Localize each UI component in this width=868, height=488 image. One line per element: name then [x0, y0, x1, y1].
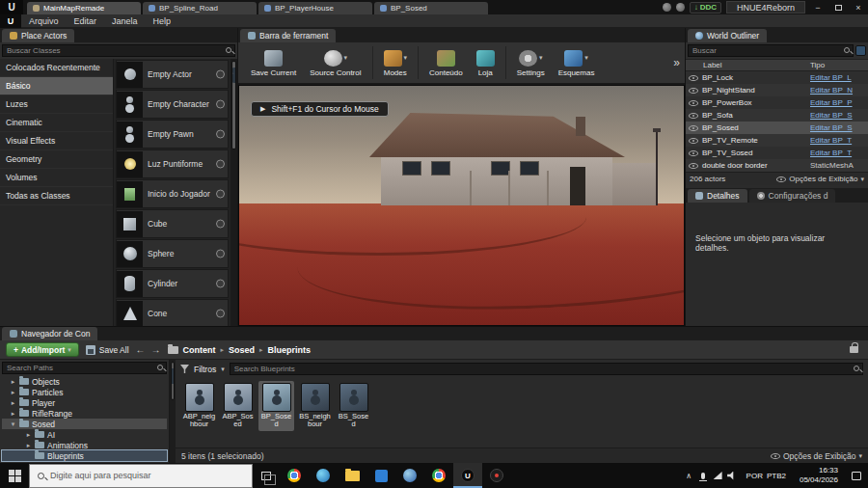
source-control-button[interactable]: ▾ Source Control [303, 47, 367, 78]
category-volumes[interactable]: Volumes [0, 169, 113, 187]
tree-item-particles[interactable]: ▸ Particles [2, 387, 167, 397]
tab-world-settings[interactable]: Configurações d [749, 189, 836, 203]
content-browser-tab[interactable]: Navegador de Con [2, 327, 97, 340]
tree-item-animations[interactable]: ▸ Animations [2, 440, 167, 450]
asset-abp-neighbour[interactable]: ABP_neighbour [181, 381, 217, 431]
viewport-3d[interactable]: ▶ Shift+F1 do Cursor do Mouse [238, 85, 685, 326]
tab-bp-playerhouse[interactable]: BP_PlayerHouse [258, 2, 372, 14]
tray-mic[interactable] [696, 473, 711, 479]
visibility-eye-icon[interactable] [689, 150, 698, 156]
place-item-empty-actor[interactable]: Empty Actor [116, 60, 229, 89]
toolbar-tab[interactable]: Barra de ferrament [240, 29, 336, 42]
notification-center-button[interactable] [845, 463, 868, 488]
taskbar-app-blue[interactable] [395, 463, 424, 488]
settings-button[interactable]: ▾ Settings [510, 47, 552, 78]
breadcrumb-blueprints[interactable]: Blueprints [268, 345, 312, 355]
blueprints-button[interactable]: ▾ Esquemas [552, 47, 602, 78]
expand-icon[interactable]: ▸ [10, 389, 16, 396]
add-import-button[interactable]: + Add/Import ▾ [6, 342, 79, 357]
asset-bs-neighbour[interactable]: BS_neighbour [297, 381, 333, 431]
outliner-row[interactable]: BP_NightStand Editar BP_N [686, 84, 868, 96]
expand-icon[interactable]: ▸ [10, 410, 16, 418]
tray-volume[interactable] [725, 472, 740, 480]
world-outliner-tab[interactable]: World Outliner [688, 29, 767, 42]
breadcrumb-content[interactable]: Content [183, 345, 216, 355]
place-item-sphere[interactable]: Sphere [116, 239, 229, 268]
toolbar-overflow-chevron[interactable]: » [673, 56, 680, 69]
tree-item-riflerange[interactable]: ▸ RifleRange [2, 408, 167, 419]
tree-item-blueprints[interactable]: Blueprints [2, 450, 167, 461]
edit-blueprint-link[interactable]: Editar BP_S [810, 111, 868, 120]
taskbar-search[interactable] [29, 464, 253, 488]
outliner-row[interactable]: BP_TV_Sosed Editar BP_T [686, 147, 868, 159]
expand-icon[interactable]: ▸ [25, 442, 32, 449]
outliner-row[interactable]: double door border StaticMeshA [686, 159, 868, 172]
place-item-empty-pawn[interactable]: Empty Pawn [116, 120, 229, 149]
edit-blueprint-link[interactable]: Editar BP_P [810, 98, 868, 107]
expand-icon[interactable]: ▸ [25, 431, 32, 439]
visibility-eye-icon[interactable] [689, 163, 698, 169]
outliner-row[interactable]: BP_Sofa Editar BP_S [686, 109, 868, 122]
place-actors-scrollbar[interactable] [231, 59, 237, 326]
edit-blueprint-link[interactable]: Editar BP_T [810, 136, 868, 145]
drag-handle-icon[interactable] [216, 310, 225, 318]
ddc-button[interactable]: ↓ DDC [690, 2, 721, 14]
filters-button[interactable]: Filtros [194, 365, 216, 374]
drag-handle-icon[interactable] [216, 250, 225, 258]
taskbar-explorer[interactable] [338, 463, 366, 488]
back-button[interactable]: ← [136, 344, 146, 355]
taskbar-chrome[interactable] [280, 463, 309, 488]
category-cinematic[interactable]: Cinematic [0, 114, 113, 132]
minimize-button[interactable]: − [810, 1, 826, 14]
taskbar-chrome-2[interactable] [424, 463, 453, 488]
expand-icon[interactable]: ▸ [10, 399, 16, 407]
tree-item-sosed[interactable]: ▾ Sosed [2, 419, 167, 429]
menu-arquivo[interactable]: Arquivo [21, 16, 67, 26]
visibility-eye-icon[interactable] [689, 125, 698, 131]
titlebar-status-icon[interactable] [663, 3, 671, 12]
column-label[interactable]: Label [686, 61, 810, 69]
category-all-classes[interactable]: Todas as Classes [0, 187, 113, 205]
place-item-cylinder[interactable]: Cylinder [116, 269, 229, 298]
visibility-eye-icon[interactable] [689, 88, 698, 94]
collapse-icon[interactable]: ▾ [10, 420, 16, 428]
tab-bp-spline-road[interactable]: BP_Spline_Road [143, 2, 257, 14]
tree-item-ai[interactable]: ▸ AI [2, 429, 167, 440]
drag-handle-icon[interactable] [216, 220, 225, 229]
marketplace-button[interactable]: Loja [470, 47, 502, 78]
category-recent[interactable]: Colocados Recentemente [0, 59, 113, 77]
modes-button[interactable]: ▾ Modes [377, 47, 415, 78]
breadcrumb-sosed[interactable]: Sosed [229, 345, 255, 355]
titlebar-status-icon[interactable] [676, 3, 685, 12]
clock[interactable]: 16:33 05/04/2026 [793, 466, 845, 484]
visibility-eye-icon[interactable] [689, 75, 698, 81]
tray-chevron-up[interactable]: ∧ [682, 472, 696, 480]
start-button[interactable] [0, 463, 29, 488]
column-type[interactable]: Tipo [810, 61, 868, 69]
drag-handle-icon[interactable] [216, 100, 225, 109]
tree-item-player[interactable]: ▸ Player [2, 397, 167, 408]
maximize-button[interactable] [830, 1, 846, 14]
search-paths-input[interactable] [2, 362, 167, 374]
tab-details[interactable]: Detalhes [688, 189, 747, 203]
tab-bp-sosed[interactable]: BP_Sosed [374, 2, 488, 14]
save-all-button[interactable]: Save All [86, 345, 129, 355]
edit-blueprint-link[interactable]: Editar BP_T [810, 149, 868, 157]
visibility-eye-icon[interactable] [689, 138, 698, 144]
category-visual-effects[interactable]: Visual Effects [0, 132, 113, 150]
category-luzes[interactable]: Luzes [0, 95, 113, 114]
place-item-empty-character[interactable]: Empty Character [116, 90, 229, 119]
outliner-row[interactable]: BP_Lock Editar BP_L [686, 71, 868, 84]
search-assets-input[interactable] [230, 363, 863, 375]
outliner-extra-button[interactable] [855, 45, 866, 56]
outliner-search-input[interactable] [688, 44, 854, 57]
category-basico[interactable]: Básico [0, 77, 113, 95]
outliner-row-selected[interactable]: BP_Sosed Editar BP_S [686, 122, 868, 134]
taskbar-unreal-active[interactable]: U [453, 463, 482, 488]
place-item-cube[interactable]: Cube [116, 209, 229, 238]
drag-handle-icon[interactable] [216, 190, 225, 199]
menu-editar[interactable]: Editar [67, 16, 105, 26]
tree-scrollbar[interactable] [170, 360, 176, 463]
place-actors-tab[interactable]: Place Actors [2, 29, 74, 42]
place-item-player-start[interactable]: Inicio do Jogador [116, 179, 229, 208]
